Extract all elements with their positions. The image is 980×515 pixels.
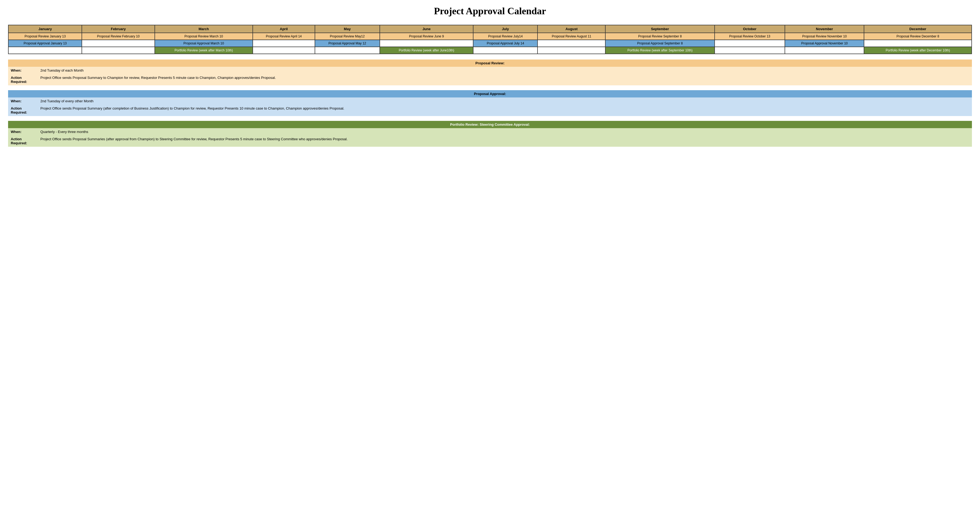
calendar-cell-portfolio_review-1 <box>82 47 154 54</box>
calendar-cell-proposal_approval-5 <box>380 40 473 47</box>
calendar-row-proposal_review: Proposal Review January 13Proposal Revie… <box>8 33 972 40</box>
calendar-cell-proposal_review-6: Proposal Review July14 <box>473 33 538 40</box>
portfolio-review-action-label: ActionRequired: <box>8 136 38 147</box>
portfolio-review-when-value: Quarterly - Every three months <box>38 128 972 136</box>
month-header-march: March <box>155 25 253 33</box>
calendar-cell-proposal_review-2: Proposal Review March 10 <box>155 33 253 40</box>
month-header-november: November <box>785 25 864 33</box>
portfolio-review-action-value: Project Office sends Proposal Summaries … <box>38 136 972 147</box>
calendar-table: JanuaryFebruaryMarchAprilMayJuneJulyAugu… <box>8 25 972 54</box>
calendar-cell-proposal_approval-1 <box>82 40 154 47</box>
calendar-cell-portfolio_review-2: Portfolio Review (week after March 10th) <box>155 47 253 54</box>
calendar-cell-proposal_review-8: Proposal Review September 8 <box>605 33 714 40</box>
calendar-cell-portfolio_review-4 <box>315 47 380 54</box>
proposal-review-header: Proposal Review: <box>8 59 972 67</box>
page-title: Project Approval Calendar <box>8 5 972 17</box>
month-header-june: June <box>380 25 473 33</box>
calendar-cell-portfolio_review-9 <box>714 47 785 54</box>
proposal-approval-action-label: ActionRequired: <box>8 105 38 116</box>
calendar-cell-proposal_approval-8: Proposal Approval September 8 <box>605 40 714 47</box>
calendar-row-proposal_approval: Proposal Approval January 13Proposal App… <box>8 40 972 47</box>
calendar-cell-proposal_approval-4: Proposal Approval May 12 <box>315 40 380 47</box>
proposal-approval-when-value: 2nd Tuesday of every other Month <box>38 97 972 105</box>
proposal-review-action-label: ActionRequired: <box>8 74 38 85</box>
calendar-row-portfolio_review: Portfolio Review (week after March 10th)… <box>8 47 972 54</box>
month-header-september: September <box>605 25 714 33</box>
calendar-cell-portfolio_review-7 <box>538 47 605 54</box>
calendar-cell-portfolio_review-11: Portfolio Review (week after December 10… <box>864 47 972 54</box>
calendar-cell-proposal_approval-11 <box>864 40 972 47</box>
calendar-cell-proposal_approval-0: Proposal Approval January 13 <box>8 40 82 47</box>
month-header-october: October <box>714 25 785 33</box>
calendar-cell-proposal_review-1: Proposal Review February 10 <box>82 33 154 40</box>
proposal-approval-when-label: When: <box>8 97 38 105</box>
month-header-january: January <box>8 25 82 33</box>
calendar-cell-proposal_approval-10: Proposal Approval November 10 <box>785 40 864 47</box>
calendar-cell-proposal_review-4: Proposal Review May12 <box>315 33 380 40</box>
calendar-cell-portfolio_review-3 <box>253 47 315 54</box>
calendar-cell-portfolio_review-6 <box>473 47 538 54</box>
calendar-cell-proposal_review-10: Proposal Review November 10 <box>785 33 864 40</box>
calendar-cell-proposal_review-9: Proposal Review October 13 <box>714 33 785 40</box>
month-header-february: February <box>82 25 154 33</box>
calendar-cell-portfolio_review-0 <box>8 47 82 54</box>
proposal-review-legend: Proposal Review: When: 2nd Tuesday of ea… <box>8 59 972 85</box>
month-header-july: July <box>473 25 538 33</box>
month-header-august: August <box>538 25 605 33</box>
calendar-cell-portfolio_review-5: Portfolio Review (week after June10th) <box>380 47 473 54</box>
portfolio-review-legend: Portfolio Review: Steering Committee App… <box>8 121 972 147</box>
calendar-cell-proposal_review-3: Proposal Review April 14 <box>253 33 315 40</box>
calendar-header-row: JanuaryFebruaryMarchAprilMayJuneJulyAugu… <box>8 25 972 33</box>
calendar-cell-proposal_review-11: Proposal Review December 8 <box>864 33 972 40</box>
calendar-cell-portfolio_review-10 <box>785 47 864 54</box>
calendar-cell-proposal_review-7: Proposal Review August 11 <box>538 33 605 40</box>
calendar-cell-proposal_approval-2: Proposal Approval March 10 <box>155 40 253 47</box>
month-header-december: December <box>864 25 972 33</box>
proposal-review-when-label: When: <box>8 67 38 74</box>
calendar-cell-proposal_review-5: Proposal Review June 9 <box>380 33 473 40</box>
proposal-review-when-value: 2nd Tuesday of each Month <box>38 67 972 74</box>
portfolio-review-header: Portfolio Review: Steering Committee App… <box>8 121 972 128</box>
calendar-cell-proposal_review-0: Proposal Review January 13 <box>8 33 82 40</box>
calendar-cell-proposal_approval-7 <box>538 40 605 47</box>
proposal-approval-header: Proposal Approval: <box>8 90 972 97</box>
proposal-approval-legend: Proposal Approval: When: 2nd Tuesday of … <box>8 90 972 116</box>
calendar-cell-portfolio_review-8: Portfolio Review (week after September 1… <box>605 47 714 54</box>
calendar-cell-proposal_approval-6: Proposal Approval July 14 <box>473 40 538 47</box>
proposal-approval-action-value: Project Office sends Proposal Summary (a… <box>38 105 972 116</box>
month-header-may: May <box>315 25 380 33</box>
calendar-cell-proposal_approval-3 <box>253 40 315 47</box>
portfolio-review-when-label: When: <box>8 128 38 136</box>
month-header-april: April <box>253 25 315 33</box>
proposal-review-action-value: Project Office sends Proposal Summary to… <box>38 74 972 85</box>
calendar-cell-proposal_approval-9 <box>714 40 785 47</box>
